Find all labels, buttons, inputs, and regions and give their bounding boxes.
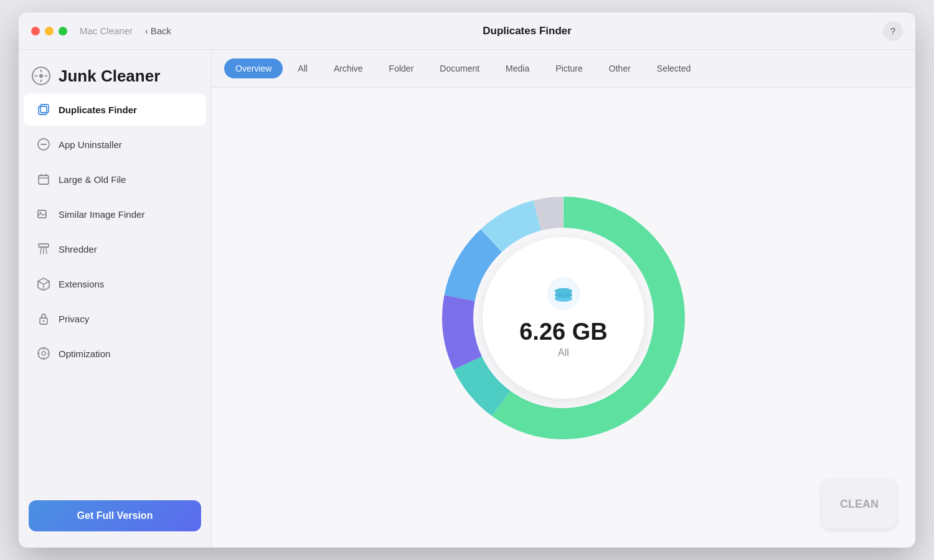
help-button[interactable]: ? (883, 21, 903, 41)
svg-line-17 (40, 248, 41, 254)
tab-overview[interactable]: Overview (224, 58, 283, 78)
privacy-icon (36, 311, 51, 326)
tab-selected[interactable]: Selected (646, 58, 702, 78)
sidebar-item-app-uninstaller[interactable]: App Uninstaller (24, 128, 206, 161)
tab-picture[interactable]: Picture (544, 58, 594, 78)
titlebar: Mac Cleaner ‹ Back Duplicates Finder ? (19, 12, 915, 50)
sidebar-label-duplicates-finder: Duplicates Finder (59, 105, 137, 115)
sidebar-item-duplicates-finder[interactable]: Duplicates Finder (24, 93, 206, 126)
back-button[interactable]: ‹ Back (145, 26, 171, 36)
extensions-icon (36, 276, 51, 291)
chart-area: 6.26 GB All (212, 88, 915, 548)
optimization-icon (36, 346, 51, 361)
back-chevron-icon: ‹ (145, 26, 148, 36)
sidebar-item-shredder[interactable]: Shredder (24, 233, 206, 265)
svg-rect-6 (39, 106, 47, 114)
similar-image-finder-icon (36, 207, 51, 222)
tabs-bar: Overview All Archive Folder Document Med… (212, 50, 915, 88)
svg-point-1 (39, 74, 43, 78)
main-content: Junk Cleaner Duplicates Finder (19, 50, 915, 548)
sidebar-label-extensions: Extensions (59, 279, 104, 289)
main-window: Mac Cleaner ‹ Back Duplicates Finder ? J… (19, 12, 915, 548)
svg-line-19 (46, 248, 47, 254)
svg-rect-7 (40, 105, 49, 113)
traffic-lights (31, 27, 67, 35)
window-title: Duplicates Finder (171, 25, 883, 37)
app-uninstaller-icon (36, 137, 51, 152)
maximize-button[interactable] (59, 27, 67, 35)
sidebar-item-optimization[interactable]: Optimization (24, 337, 206, 370)
donut-layers-icon (547, 278, 580, 312)
junk-cleaner-header: Junk Cleaner (19, 56, 211, 92)
back-label: Back (151, 26, 171, 36)
sidebar-item-privacy[interactable]: Privacy (24, 302, 206, 335)
minimize-button[interactable] (45, 27, 54, 35)
sidebar-label-privacy: Privacy (59, 314, 89, 324)
donut-chart: 6.26 GB All (433, 187, 694, 449)
chart-label: All (558, 347, 569, 358)
sidebar-item-similar-image-finder[interactable]: Similar Image Finder (24, 198, 206, 230)
svg-rect-10 (39, 175, 49, 184)
tab-archive[interactable]: Archive (323, 58, 374, 78)
sidebar-label-optimization: Optimization (59, 348, 110, 359)
chart-value: 6.26 GB (519, 320, 608, 343)
sidebar-label-shredder: Shredder (59, 244, 97, 254)
app-title: Mac Cleaner (80, 26, 133, 36)
donut-center: 6.26 GB All (483, 237, 644, 399)
junk-cleaner-icon (31, 66, 51, 86)
svg-rect-16 (39, 244, 49, 247)
sidebar: Junk Cleaner Duplicates Finder (19, 50, 212, 548)
tab-document[interactable]: Document (428, 58, 491, 78)
sidebar-item-extensions[interactable]: Extensions (24, 268, 206, 300)
sidebar-label-large-old-file: Large & Old File (59, 174, 126, 185)
sidebar-label-similar-image-finder: Similar Image Finder (59, 209, 144, 220)
duplicates-finder-icon (36, 102, 51, 117)
svg-point-25 (42, 352, 45, 355)
clean-button[interactable]: CLEAN (822, 479, 897, 529)
shredder-icon (36, 241, 51, 256)
svg-point-23 (43, 320, 45, 322)
tab-other[interactable]: Other (598, 58, 642, 78)
sidebar-item-large-old-file[interactable]: Large & Old File (24, 163, 206, 195)
close-button[interactable] (31, 27, 40, 35)
sidebar-spacer (19, 371, 211, 494)
get-full-version-button[interactable]: Get Full Version (29, 500, 201, 531)
right-panel: Overview All Archive Folder Document Med… (212, 50, 915, 548)
junk-cleaner-label: Junk Cleaner (59, 67, 160, 86)
large-old-file-icon (36, 172, 51, 187)
tab-folder[interactable]: Folder (378, 58, 425, 78)
sidebar-label-app-uninstaller: App Uninstaller (59, 139, 122, 150)
tab-media[interactable]: Media (494, 58, 540, 78)
svg-point-41 (555, 288, 572, 294)
tab-all[interactable]: All (286, 58, 319, 78)
